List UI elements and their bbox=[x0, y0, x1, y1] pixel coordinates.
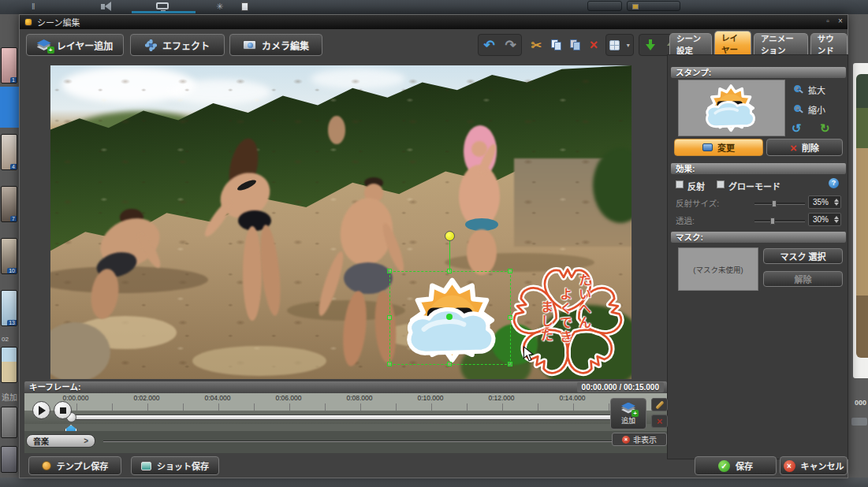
background-right-sliver: 000 bbox=[848, 14, 868, 487]
timeline-track[interactable] bbox=[70, 415, 613, 420]
chevron-down-icon[interactable]: ▾ bbox=[627, 42, 630, 49]
keyframe-add-button[interactable]: + 追加 bbox=[610, 398, 646, 429]
music-button[interactable]: 音楽 > bbox=[26, 434, 95, 448]
ruler-label: 0:08.000 bbox=[324, 394, 395, 402]
zoom-in-icon[interactable]: + bbox=[794, 85, 801, 92]
resize-handle-nw[interactable] bbox=[387, 269, 392, 273]
mask-select-button[interactable]: マスク 選択 bbox=[763, 248, 843, 264]
background-button bbox=[627, 1, 680, 11]
edit-keyframe-button[interactable] bbox=[651, 398, 668, 411]
zoom-out-icon[interactable]: − bbox=[794, 105, 801, 112]
ruler-label: 0:04.000 bbox=[182, 394, 253, 402]
thumbnail[interactable]: 7 bbox=[1, 186, 17, 222]
reflection-size-handle[interactable] bbox=[772, 200, 777, 207]
tab-label: レイヤー bbox=[721, 32, 744, 55]
camera-edit-button[interactable]: カメラ編集 bbox=[229, 34, 322, 56]
delete-label: 削除 bbox=[802, 141, 819, 154]
save-template-button[interactable]: テンプレ保存 bbox=[28, 456, 121, 475]
tab-sound[interactable]: サウンド bbox=[810, 33, 848, 54]
reflection-size-spinner[interactable]: 35% bbox=[808, 195, 841, 209]
delete-keyframe-button[interactable]: × bbox=[651, 415, 668, 428]
stamp-preview-image bbox=[698, 82, 765, 134]
dialog-titlebar[interactable]: シーン編集 ▫ × bbox=[20, 15, 848, 29]
monitor-icon[interactable] bbox=[156, 2, 169, 9]
play-button[interactable] bbox=[32, 401, 50, 419]
close-button[interactable]: × bbox=[835, 17, 846, 25]
add-layer-button[interactable]: + レイヤー追加 bbox=[26, 34, 124, 56]
delete-icon[interactable]: × bbox=[590, 37, 598, 54]
change-stamp-button[interactable]: 変更 bbox=[674, 139, 763, 156]
resize-handle-e[interactable] bbox=[508, 315, 512, 320]
thumbnail[interactable] bbox=[1, 407, 17, 438]
grid-icon[interactable] bbox=[609, 40, 620, 50]
tab-scene-settings[interactable]: シーン設定 bbox=[669, 33, 712, 54]
rotate-handle[interactable] bbox=[445, 231, 455, 241]
opacity-spinner[interactable]: 30% bbox=[808, 213, 841, 226]
reflection-label[interactable]: 反射 bbox=[687, 180, 705, 192]
zoom-out-label[interactable]: 縮小 bbox=[808, 103, 825, 116]
thumb-badge: 10 bbox=[7, 268, 17, 273]
thumbnail[interactable]: 4 bbox=[1, 134, 17, 170]
scene-icon bbox=[24, 18, 32, 26]
spinner-arrows[interactable] bbox=[833, 199, 840, 206]
help-icon[interactable]: ? bbox=[829, 178, 839, 188]
spinner-arrows[interactable] bbox=[833, 216, 840, 223]
thumbnail[interactable]: 13 bbox=[1, 290, 17, 326]
opacity-handle[interactable] bbox=[770, 217, 775, 225]
opacity-slider[interactable] bbox=[754, 220, 805, 222]
edit-group: ✂ × bbox=[527, 34, 602, 56]
zoom-in-label[interactable]: 拡大 bbox=[808, 84, 825, 96]
ruler-label: 0:10.000 bbox=[395, 394, 466, 402]
redo-icon[interactable]: ↷ bbox=[505, 37, 516, 54]
stamp-preview bbox=[678, 80, 785, 136]
thumb-badge: 13 bbox=[7, 320, 17, 325]
glow-checkbox[interactable] bbox=[717, 180, 725, 188]
copy-icon[interactable] bbox=[551, 39, 561, 50]
delete-stamp-button[interactable]: × 削除 bbox=[766, 139, 843, 156]
rotate-right-icon[interactable]: ↻ bbox=[820, 121, 830, 136]
music-row: 音楽 > bbox=[24, 431, 667, 453]
resize-handle-sw[interactable] bbox=[387, 362, 392, 366]
save-button[interactable]: ✓ 保存 bbox=[695, 456, 777, 475]
minimize-button[interactable]: ▫ bbox=[822, 17, 833, 25]
reflection-checkbox[interactable] bbox=[676, 180, 684, 188]
cut-icon[interactable]: ✂ bbox=[531, 38, 542, 53]
resize-handle-w[interactable] bbox=[387, 315, 392, 320]
reflection-size-slider[interactable] bbox=[754, 203, 805, 205]
photo-rock bbox=[192, 346, 326, 376]
paste-icon[interactable] bbox=[570, 39, 580, 50]
tab-layer[interactable]: レイヤー bbox=[714, 31, 751, 54]
delete-x-icon: × bbox=[790, 141, 797, 154]
mask-release-button[interactable]: 解除 bbox=[763, 271, 843, 287]
effect-button[interactable]: エフェクト bbox=[130, 34, 225, 56]
keyframe-title: キーフレーム: bbox=[29, 382, 81, 392]
video-canvas[interactable]: たいへん よくでき ました bbox=[50, 65, 631, 379]
timeline-ruler[interactable]: 0:00.000 0:02.000 0:04.000 0:06.000 0:08… bbox=[24, 393, 667, 411]
resize-handle-ne[interactable] bbox=[508, 269, 512, 273]
stop-button[interactable] bbox=[54, 401, 72, 419]
thumbnail[interactable]: 1 bbox=[1, 47, 17, 84]
glow-label[interactable]: グローモード bbox=[728, 180, 780, 192]
hide-button[interactable]: × 非表示 bbox=[612, 433, 667, 446]
move-down-icon[interactable] bbox=[646, 39, 655, 50]
selected-thumbnail[interactable] bbox=[0, 87, 19, 128]
camera-icon bbox=[243, 40, 256, 50]
resize-handle-s[interactable] bbox=[447, 362, 452, 366]
person-background bbox=[328, 116, 345, 144]
background-thumbnail-rail: 1 4 7 10 13 02 追加 bbox=[0, 14, 19, 487]
mask-section-header: マスク: bbox=[671, 232, 846, 243]
thumbnail[interactable]: 10 bbox=[1, 238, 17, 274]
undo-icon[interactable]: ↶ bbox=[483, 37, 494, 54]
tab-animation[interactable]: アニメーション bbox=[754, 33, 808, 54]
background-toolbar: ‖ ✳ bbox=[0, 0, 868, 14]
rotate-left-icon[interactable]: ↺ bbox=[792, 121, 802, 136]
center-handle[interactable] bbox=[446, 314, 453, 320]
mouse-cursor bbox=[522, 346, 535, 362]
cancel-button[interactable]: × キャンセル bbox=[780, 456, 848, 475]
save-shot-button[interactable]: ショット保存 bbox=[131, 456, 219, 475]
thumbnail[interactable] bbox=[1, 446, 17, 473]
thumbnail[interactable] bbox=[1, 347, 17, 383]
effect-flower-icon: ✳ bbox=[216, 2, 223, 12]
resize-handle-se[interactable] bbox=[508, 362, 512, 366]
hide-label: 非表示 bbox=[633, 433, 657, 445]
